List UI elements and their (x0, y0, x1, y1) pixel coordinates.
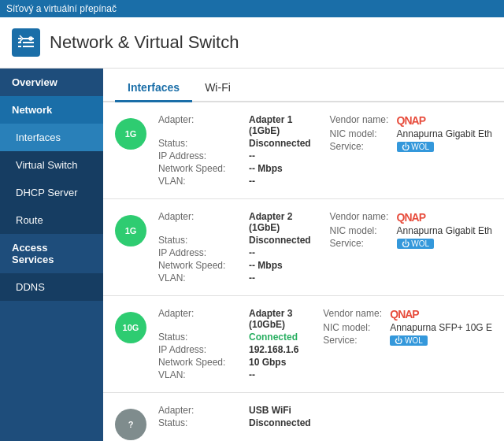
ip-value-adapter1: -- (249, 150, 318, 161)
vendor-info-adapter2: Vendor name: QNAP NIC model: Annapurna G… (330, 211, 492, 249)
ip-label: IP Address: (158, 150, 245, 161)
header: Network & Virtual Switch (0, 17, 504, 69)
vendor-name-value-adapter1: QNAP (397, 114, 492, 127)
tab-wifi[interactable]: Wi-Fi (192, 75, 243, 102)
adapter-icon-adapter4: ? (115, 409, 146, 440)
sidebar: Overview Network Interfaces Virtual Swit… (0, 69, 103, 441)
nic-model-value-adapter2: Annapurna Gigabit Eth (397, 225, 492, 236)
nic-model-label: NIC model: (330, 128, 393, 139)
vendor-name-label: Vendor name: (330, 211, 393, 224)
vlan-label: VLAN: (158, 272, 245, 284)
vendor-name-label: Vendor name: (323, 308, 386, 321)
adapter-info-adapter3: Adapter:Adapter 3 (10GbE)Status:Connecte… (158, 308, 311, 380)
speed-label: Network Speed: (158, 163, 245, 174)
sidebar-item-virtual-switch[interactable]: Virtual Switch (0, 151, 103, 179)
status-label: Status: (158, 138, 245, 149)
page-title: Network & Virtual Switch (50, 32, 239, 53)
adapter-icon-adapter3: 10G (115, 312, 146, 343)
service-label: Service: (323, 335, 386, 346)
vendor-info-adapter3: Vendor name: QNAP NIC model: Annapurna S… (323, 308, 492, 346)
adapter-list: 1GAdapter:Adapter 1 (1GbE)Status:Disconn… (103, 102, 504, 441)
adapter-label: Adapter: (158, 211, 245, 233)
service-label: Service: (330, 238, 393, 249)
status-value-adapter2: Disconnected (249, 235, 318, 246)
adapter-label: Adapter: (158, 114, 245, 136)
tabs-bar: Interfaces Wi-Fi (103, 69, 504, 102)
sidebar-item-overview[interactable]: Overview (0, 69, 103, 96)
vlan-label: VLAN: (158, 369, 245, 380)
sidebar-item-interfaces[interactable]: Interfaces (0, 124, 103, 151)
nic-model-value-adapter3: Annapurna SFP+ 10G E (390, 322, 492, 333)
vlan-value-adapter2: -- (249, 272, 318, 284)
wol-badge-adapter2[interactable]: ⏻ WOL (397, 238, 492, 249)
adapter-label: Adapter: (158, 308, 245, 330)
adapter-row-adapter1[interactable]: 1GAdapter:Adapter 1 (1GbE)Status:Disconn… (103, 102, 504, 199)
adapter-icon-adapter2: 1G (115, 215, 146, 246)
adapter-info-adapter4: Adapter:USB WiFiStatus:Disconnected (158, 405, 492, 428)
adapter-name-adapter4: USB WiFi (249, 405, 492, 416)
main-layout: Overview Network Interfaces Virtual Swit… (0, 69, 504, 441)
adapter-info-adapter1: Adapter:Adapter 1 (1GbE)Status:Disconnec… (158, 114, 318, 187)
vendor-name-value-adapter3: QNAP (390, 308, 492, 321)
tab-interfaces[interactable]: Interfaces (115, 75, 192, 102)
service-label: Service: (330, 141, 393, 152)
nic-model-label: NIC model: (330, 225, 393, 236)
sidebar-item-access-services[interactable]: Access Services (0, 234, 103, 273)
sidebar-item-ddns[interactable]: DDNS (0, 273, 103, 301)
speed-value-adapter1: -- Mbps (249, 163, 318, 174)
vendor-name-value-adapter2: QNAP (397, 211, 492, 224)
status-label: Status: (158, 332, 245, 343)
adapter-row-adapter3[interactable]: 10GAdapter:Adapter 3 (10GbE)Status:Conne… (103, 296, 504, 393)
status-value-adapter4: Disconnected (249, 417, 492, 428)
adapter-row-adapter2[interactable]: 1GAdapter:Adapter 2 (1GbE)Status:Disconn… (103, 199, 504, 296)
adapter-name-adapter3: Adapter 3 (10GbE) (249, 308, 311, 330)
ip-value-adapter2: -- (249, 247, 318, 258)
adapter-info-adapter2: Adapter:Adapter 2 (1GbE)Status:Disconnec… (158, 211, 318, 284)
vlan-label: VLAN: (158, 176, 245, 187)
app-icon (12, 28, 40, 57)
adapter-icon-adapter1: 1G (115, 118, 146, 150)
sidebar-item-dhcp-server[interactable]: DHCP Server (0, 179, 103, 206)
sidebar-item-route[interactable]: Route (0, 206, 103, 234)
sidebar-item-network[interactable]: Network (0, 96, 103, 124)
title-bar: Síťový a virtuální přepínač (0, 0, 504, 17)
nic-model-value-adapter1: Annapurna Gigabit Eth (397, 128, 492, 139)
adapter-row-adapter4[interactable]: ?Adapter:USB WiFiStatus:Disconnected (103, 393, 504, 441)
speed-value-adapter2: -- Mbps (249, 260, 318, 271)
vlan-value-adapter3: -- (249, 369, 311, 380)
speed-label: Network Speed: (158, 357, 245, 368)
adapter-name-adapter1: Adapter 1 (1GbE) (249, 114, 318, 136)
speed-value-adapter3: 10 Gbps (249, 357, 311, 368)
vendor-info-adapter1: Vendor name: QNAP NIC model: Annapurna G… (330, 114, 492, 152)
status-label: Status: (158, 235, 245, 246)
status-label: Status: (158, 417, 245, 428)
title-bar-label: Síťový a virtuální přepínač (6, 3, 117, 14)
wol-badge-adapter3[interactable]: ⏻ WOL (390, 335, 492, 346)
vendor-name-label: Vendor name: (330, 114, 393, 127)
adapter-name-adapter2: Adapter 2 (1GbE) (249, 211, 318, 233)
vlan-value-adapter1: -- (249, 176, 318, 187)
status-value-adapter3: Connected (249, 332, 311, 343)
adapter-label: Adapter: (158, 405, 245, 416)
ip-value-adapter3: 192.168.1.6 (249, 344, 311, 355)
main-content: Interfaces Wi-Fi 1GAdapter:Adapter 1 (1G… (103, 69, 504, 441)
speed-label: Network Speed: (158, 260, 245, 271)
ip-label: IP Address: (158, 247, 245, 258)
status-value-adapter1: Disconnected (249, 138, 318, 149)
wol-badge-adapter1[interactable]: ⏻ WOL (397, 141, 492, 152)
nic-model-label: NIC model: (323, 322, 386, 333)
ip-label: IP Address: (158, 344, 245, 355)
